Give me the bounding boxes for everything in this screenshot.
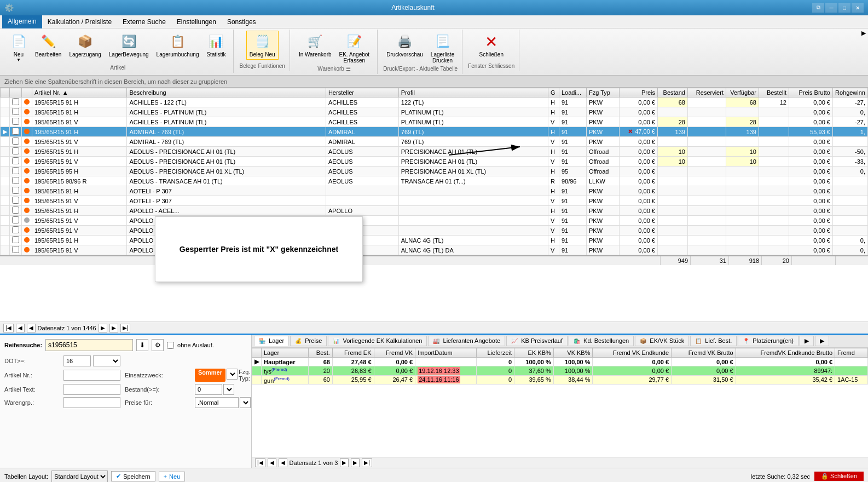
menu-kalkulation[interactable]: Kalkulation / Preisliste xyxy=(42,15,117,28)
row-checkbox-cell[interactable] xyxy=(10,236,22,245)
inner-col-fremd-ek[interactable]: Fremd EK xyxy=(332,348,374,358)
search-settings-btn[interactable]: ⚙ xyxy=(152,339,164,351)
row-checkbox-cell[interactable] xyxy=(10,186,22,196)
row-checkbox-cell[interactable] xyxy=(10,216,22,226)
nav-prev[interactable]: ◀ xyxy=(16,324,25,332)
tab-kb-preisverlauf[interactable]: 📈 KB Preisverlauf xyxy=(506,336,568,346)
footer-close-btn[interactable]: 🔒 Schließen xyxy=(814,472,864,481)
minimize-btn[interactable]: ─ xyxy=(825,3,837,13)
col-beschreibung-header[interactable]: Beschreibung xyxy=(127,88,326,97)
nav-next2[interactable]: ▶ xyxy=(109,324,118,332)
inner-col-fremd[interactable]: Fremd xyxy=(835,348,868,358)
search-download-btn[interactable]: ⬇ xyxy=(136,339,148,351)
row-checkbox-cell[interactable] xyxy=(10,206,22,216)
row-checkbox-cell[interactable] xyxy=(10,97,22,107)
toolbar-btn-schliessen[interactable]: ✕ Schließen xyxy=(476,31,506,60)
inner-table-container[interactable]: Lager Best. Fremd EK Fremd VK ImportDatu… xyxy=(252,348,868,457)
restore-btn[interactable]: ⧉ xyxy=(812,3,824,13)
artikel-text-input[interactable] xyxy=(63,384,120,395)
inner-col-ek-kb[interactable]: EK KB% xyxy=(514,348,554,358)
artikel-nr-input[interactable] xyxy=(63,370,120,381)
row-checkbox-cell[interactable] xyxy=(10,245,22,255)
nav-last[interactable]: ▶| xyxy=(120,324,131,332)
tab-ek-vk[interactable]: 📦 EK/VK Stück xyxy=(635,336,689,346)
col-profil-header[interactable]: Profil xyxy=(398,88,548,97)
col-brutto-header[interactable]: Preis Brutto xyxy=(789,88,832,97)
inner-nav-last[interactable]: ▶| xyxy=(362,458,372,467)
col-hersteller-header[interactable]: Hersteller xyxy=(326,88,398,97)
row-checkbox-cell[interactable] xyxy=(10,157,22,167)
inner-nav-next[interactable]: ▶ xyxy=(340,458,349,467)
col-fzg-header[interactable]: Fzg Typ xyxy=(586,88,619,97)
inner-col-vk-kb[interactable]: VK KB% xyxy=(553,348,593,358)
einsatzzweck-select[interactable] xyxy=(227,369,238,380)
tab-vorliegende-ek[interactable]: 📊 Vorliegende EK Kalkulationen xyxy=(328,336,427,346)
tab-kd-bestellungen[interactable]: 🛍️ Kd. Bestellungen xyxy=(569,336,634,346)
row-checkbox-cell[interactable] xyxy=(10,137,22,147)
nav-next[interactable]: ▶ xyxy=(99,324,107,332)
inner-col-fremd-vk-end[interactable]: Fremd VK Endkunde xyxy=(593,348,672,358)
row-checkbox-cell[interactable] xyxy=(10,167,22,176)
bestand-select[interactable] xyxy=(223,384,234,395)
inner-col-fremd-vk[interactable]: Fremd VK xyxy=(374,348,415,358)
preise-select[interactable] xyxy=(240,397,251,408)
search-input[interactable] xyxy=(45,339,133,351)
inner-col-lieferzeit[interactable]: Lieferzeit xyxy=(476,348,514,358)
row-checkbox-cell[interactable] xyxy=(10,196,22,206)
new-button[interactable]: + Neu xyxy=(159,472,186,481)
nav-first[interactable]: |◀ xyxy=(3,324,14,332)
row-checkbox-cell[interactable] xyxy=(10,226,22,236)
save-button[interactable]: ✔ Speichern xyxy=(111,471,155,481)
col-g-header[interactable]: G xyxy=(548,88,559,97)
tab-more[interactable]: ▶ xyxy=(800,336,814,346)
col-reserviert-header[interactable]: Reserviert xyxy=(687,88,726,97)
col-rohgewinn-header[interactable]: Rohgewinn xyxy=(832,88,867,97)
menu-einstellungen[interactable]: Einstellungen xyxy=(171,15,222,28)
toolbar-btn-ek-angebot[interactable]: 📝 EK. AngebotErfassen xyxy=(336,31,373,66)
toolbar-btn-statistik[interactable]: 📊 Statistik xyxy=(203,31,229,65)
col-bestand-header[interactable]: Bestand xyxy=(657,88,687,97)
data-table-container[interactable]: Artikel Nr. ▲ Beschreibung Hersteller Pr… xyxy=(0,88,868,322)
inner-nav-prev2[interactable]: ◀ xyxy=(279,458,287,467)
toolbar-scroll-right[interactable]: ▶ xyxy=(861,30,866,37)
col-load-header[interactable]: Loadi... xyxy=(559,88,586,97)
tab-lieferanten[interactable]: 🏭 Lieferanten Angebote xyxy=(428,336,505,346)
preise-input[interactable] xyxy=(195,397,239,408)
inner-col-fremd-vk-brutto[interactable]: Fremd VK Brutto xyxy=(672,348,736,358)
col-artikel-header[interactable]: Artikel Nr. ▲ xyxy=(32,88,127,97)
row-checkbox-cell[interactable] xyxy=(10,107,22,117)
row-checkbox-cell[interactable] xyxy=(10,176,22,186)
auslauf-checkbox[interactable] xyxy=(167,342,174,349)
dot-input[interactable] xyxy=(63,355,91,366)
maximize-btn[interactable]: □ xyxy=(838,3,850,13)
warengrp-input[interactable] xyxy=(63,397,120,408)
inner-col-best[interactable]: Best. xyxy=(308,348,332,358)
row-checkbox-cell[interactable] xyxy=(10,147,22,157)
col-bestellt-header[interactable]: Bestellt xyxy=(759,88,789,97)
toolbar-btn-neu[interactable]: 📄 Neu ▼ xyxy=(7,31,31,65)
toolbar-btn-bearbeiten[interactable]: ✏️ Bearbeiten xyxy=(32,31,65,65)
inner-nav-first[interactable]: |◀ xyxy=(255,458,265,467)
row-checkbox-cell[interactable] xyxy=(10,127,22,137)
col-preis-header[interactable]: Preis xyxy=(619,88,657,97)
layout-select[interactable]: Standard Layout xyxy=(51,470,108,483)
tab-more2[interactable]: ▶ xyxy=(815,336,829,346)
menu-sonstiges[interactable]: Sonstiges xyxy=(222,15,262,28)
inner-nav-next2[interactable]: ▶ xyxy=(351,458,360,467)
inner-col-fremd-vk-end-brutto[interactable]: FremdVK Endkunde Brutto xyxy=(736,348,835,358)
toolbar-btn-lagerliste[interactable]: 📃 LagerlisteDrucken xyxy=(427,31,458,66)
tab-lager[interactable]: 🏪 Lager xyxy=(254,336,289,346)
tab-lief-best[interactable]: 📋 Lief. Best. xyxy=(690,336,737,346)
inner-col-import[interactable]: ImportDatum xyxy=(415,348,477,358)
row-checkbox-cell[interactable] xyxy=(10,117,22,127)
menu-allgemein[interactable]: Allgemein xyxy=(2,15,42,28)
inner-nav-prev[interactable]: ◀ xyxy=(268,458,276,467)
toolbar-btn-druckvorschau[interactable]: 🖨️ Druckvorschau xyxy=(383,31,426,66)
bestand-input[interactable] xyxy=(195,384,222,395)
menu-externe-suche[interactable]: Externe Suche xyxy=(117,15,171,28)
toolbar-btn-belegneu[interactable]: 🗒️ Beleg Neu xyxy=(246,31,279,60)
nav-prev2[interactable]: ◀ xyxy=(27,324,36,332)
toolbar-btn-lagerzugang[interactable]: 📦 Lagerzugang xyxy=(66,31,104,65)
tab-platzierung[interactable]: 📍 Platzierung(en) xyxy=(738,336,798,346)
inner-col-lager[interactable]: Lager xyxy=(262,348,309,358)
